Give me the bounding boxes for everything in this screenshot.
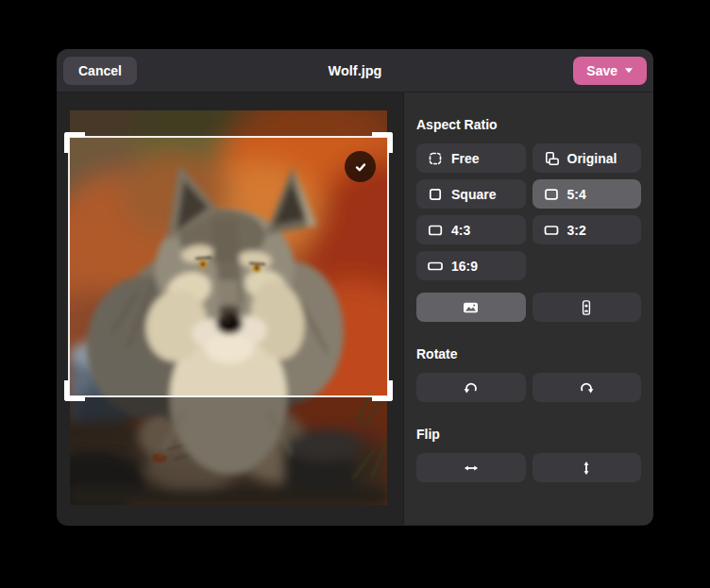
apply-crop-button[interactable] xyxy=(345,151,376,182)
flip-vertical-button[interactable] xyxy=(532,453,642,482)
aspect-16-9-button[interactable]: 16:9 xyxy=(416,251,526,280)
aspect-free-label: Free xyxy=(451,151,480,166)
flip-vertical-icon xyxy=(579,461,594,476)
aspect-3-2-label: 3:2 xyxy=(567,223,586,238)
landscape-orientation-icon xyxy=(463,300,479,315)
free-aspect-icon xyxy=(428,151,443,166)
rotate-options xyxy=(416,373,641,402)
rect-5-4-icon xyxy=(544,187,559,202)
rotate-counterclockwise-button[interactable] xyxy=(416,373,526,402)
edit-options-panel: Aspect Ratio Free Original xyxy=(403,92,653,525)
rotate-clockwise-icon xyxy=(579,380,594,395)
portrait-orientation-button[interactable] xyxy=(532,293,642,322)
flip-heading: Flip xyxy=(416,427,641,442)
aspect-5-4-label: 5:4 xyxy=(567,187,586,202)
crop-handle-bottom-left[interactable] xyxy=(64,380,85,401)
aspect-4-3-label: 4:3 xyxy=(451,223,470,238)
aspect-square-label: Square xyxy=(451,187,496,202)
flip-horizontal-icon xyxy=(464,461,479,476)
image-editor-dialog: Cancel Wolf.jpg Save xyxy=(57,49,653,526)
aspect-4-3-button[interactable]: 4:3 xyxy=(416,215,526,244)
window-title: Wolf.jpg xyxy=(57,63,653,78)
flip-horizontal-button[interactable] xyxy=(416,453,526,482)
aspect-ratio-heading: Aspect Ratio xyxy=(416,117,641,132)
flip-options xyxy=(416,453,641,482)
rotate-counterclockwise-icon xyxy=(464,380,479,395)
landscape-orientation-button[interactable] xyxy=(416,293,526,322)
aspect-original-button[interactable]: Original xyxy=(532,143,642,173)
headerbar: Cancel Wolf.jpg Save xyxy=(57,49,653,92)
rect-3-2-icon xyxy=(544,223,559,238)
save-button-label: Save xyxy=(586,63,617,78)
aspect-ratio-options: Free Original Square xyxy=(416,143,641,280)
crop-canvas xyxy=(57,92,403,525)
chevron-down-icon xyxy=(624,67,634,74)
cancel-button[interactable]: Cancel xyxy=(63,57,137,85)
rect-4-3-icon xyxy=(428,223,443,238)
checkmark-icon xyxy=(353,160,368,175)
orientation-options xyxy=(416,293,641,322)
portrait-orientation-icon xyxy=(579,300,594,315)
grid-spacer xyxy=(532,251,642,280)
crop-handle-bottom-right[interactable] xyxy=(372,380,393,401)
rotate-clockwise-button[interactable] xyxy=(532,373,642,402)
crop-handle-top-left[interactable] xyxy=(64,132,85,153)
aspect-3-2-button[interactable]: 3:2 xyxy=(532,215,642,244)
crop-selection-frame[interactable] xyxy=(68,136,389,397)
square-aspect-icon xyxy=(428,187,443,202)
aspect-original-label: Original xyxy=(567,151,617,166)
save-button[interactable]: Save xyxy=(573,57,647,85)
wolf-photo xyxy=(70,110,387,505)
crop-dim-overlay-top xyxy=(70,110,387,138)
aspect-free-button[interactable]: Free xyxy=(416,143,526,173)
original-aspect-icon xyxy=(544,151,559,166)
rotate-heading: Rotate xyxy=(416,346,641,361)
rect-16-9-icon xyxy=(428,259,443,274)
aspect-square-button[interactable]: Square xyxy=(416,179,526,209)
crop-dim-overlay-bottom xyxy=(70,395,387,505)
aspect-16-9-label: 16:9 xyxy=(451,259,478,274)
crop-handle-top-right[interactable] xyxy=(372,132,393,153)
aspect-5-4-button[interactable]: 5:4 xyxy=(532,179,642,209)
